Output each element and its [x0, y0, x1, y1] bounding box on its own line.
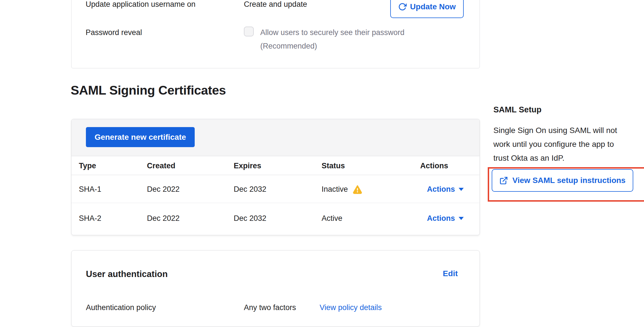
cert-status-text: Active — [322, 203, 342, 233]
update-now-button[interactable]: Update Now — [390, 0, 464, 18]
column-header-created: Created — [147, 156, 175, 175]
authentication-policy-label: Authentication policy — [86, 301, 156, 314]
saml-setup-heading: SAML Setup — [493, 105, 541, 114]
user-authentication-card: User authentication Edit Authentication … — [71, 250, 480, 327]
password-reveal-recommended-note: (Recommended) — [260, 40, 317, 52]
table-row-sha2: SHA-2 Dec 2022 Dec 2032 Active Actions — [71, 203, 480, 233]
cert-expires: Dec 2032 — [234, 203, 266, 233]
cert-type: SHA-1 — [79, 175, 101, 203]
app-settings-page: Update application username on Create an… — [0, 0, 644, 327]
password-reveal-option-text: Allow users to securely see their passwo… — [260, 27, 404, 38]
warning-icon — [352, 184, 363, 194]
saml-setup-description: Single Sign On using SAML will not work … — [493, 123, 632, 165]
cert-type: SHA-2 — [79, 203, 101, 233]
edit-link[interactable]: Edit — [443, 269, 458, 278]
row-actions-dropdown[interactable]: Actions — [427, 203, 464, 233]
cert-created: Dec 2022 — [147, 203, 180, 233]
row-actions-dropdown[interactable]: Actions — [427, 175, 464, 203]
certificates-card: Generate new certificate Type Created Ex… — [71, 119, 480, 235]
cert-status-text: Inactive — [322, 175, 348, 203]
cert-status: Inactive — [322, 175, 363, 203]
username-update-label: Update application username on — [86, 0, 196, 10]
cert-created: Dec 2022 — [147, 175, 180, 203]
refresh-icon — [398, 3, 407, 11]
saml-signing-certificates-heading: SAML Signing Certificates — [71, 83, 226, 98]
view-policy-details-link[interactable]: View policy details — [320, 301, 382, 314]
table-row-sha1: SHA-1 Dec 2022 Dec 2032 Inactive Actions — [71, 175, 480, 203]
cert-expires: Dec 2032 — [234, 175, 266, 203]
password-reveal-checkbox[interactable] — [244, 27, 254, 36]
row-actions-label: Actions — [427, 203, 455, 233]
password-reveal-label: Password reveal — [86, 27, 142, 38]
external-link-icon — [499, 176, 508, 185]
user-authentication-heading: User authentication — [86, 268, 168, 280]
chevron-down-icon — [459, 188, 464, 191]
saml-setup-description-line: trust Okta as an IdP. — [493, 151, 632, 165]
provisioning-card: Update application username on Create an… — [71, 0, 480, 68]
username-update-value: Create and update — [244, 0, 307, 10]
cert-status: Active — [322, 203, 342, 233]
certificates-card-header-strip: Generate new certificate — [71, 119, 480, 156]
column-header-expires: Expires — [234, 156, 261, 175]
column-header-actions: Actions — [420, 156, 448, 175]
chevron-down-icon — [459, 217, 464, 220]
generate-new-certificate-button[interactable]: Generate new certificate — [86, 127, 195, 147]
column-header-type: Type — [79, 156, 96, 175]
view-saml-setup-instructions-button[interactable]: View SAML setup instructions — [492, 169, 633, 192]
saml-setup-description-line: work until you configure the app to — [493, 137, 632, 151]
saml-setup-description-line: Single Sign On using SAML will not — [493, 123, 632, 137]
authentication-policy-value: Any two factors — [244, 301, 296, 314]
view-saml-setup-instructions-label: View SAML setup instructions — [512, 176, 625, 185]
certificates-table-header: Type Created Expires Status Actions — [71, 156, 480, 175]
column-header-status: Status — [322, 156, 345, 175]
row-actions-label: Actions — [427, 175, 455, 203]
update-now-label: Update Now — [410, 2, 456, 11]
